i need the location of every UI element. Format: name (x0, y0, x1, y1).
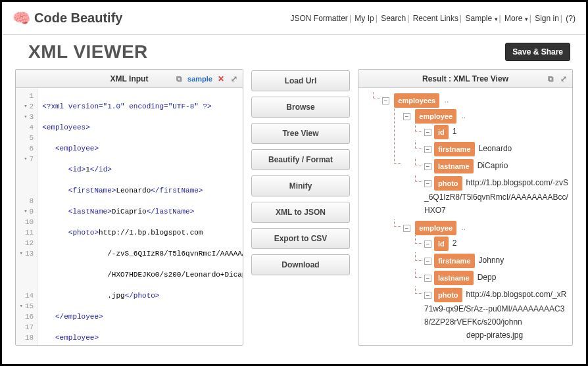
node-firstname[interactable]: firstname (434, 254, 475, 268)
xml-input-editor[interactable]: 1 ▾2 ▾3 456 ▾7 8 ▾9 101112 ▾13 14 ▾15 16… (16, 88, 243, 345)
collapse-icon[interactable]: − (424, 258, 431, 265)
value-lastname: Depp (478, 273, 497, 282)
collapse-icon[interactable]: − (424, 275, 431, 282)
nav-search[interactable]: Search (381, 14, 406, 23)
value-photo-cont: depp-pirates.jpg (424, 329, 570, 342)
node-id[interactable]: id (434, 125, 449, 139)
download-button[interactable]: Download (251, 254, 350, 275)
nav-json-formatter[interactable]: JSON Formatter (291, 14, 348, 23)
logo-icon: 🧠 (12, 10, 30, 27)
result-panel: Result : XML Tree View ⧉ ⤢ − employees .… (358, 69, 573, 346)
result-title: Result : XML Tree View (422, 74, 508, 83)
load-url-button[interactable]: Load Url (251, 70, 350, 91)
minify-button[interactable]: Minify (251, 175, 350, 196)
xml-tree-view[interactable]: − employees .. − employee .. −id1 −first… (358, 88, 572, 345)
node-photo[interactable]: photo (434, 176, 462, 191)
collapse-icon[interactable]: − (424, 180, 431, 187)
node-lastname[interactable]: lastname (434, 271, 474, 285)
node-id[interactable]: id (434, 237, 449, 251)
brand-text: Code Beautify (34, 11, 122, 26)
value-id: 1 (453, 127, 457, 136)
tree-view-button[interactable]: Tree View (251, 123, 350, 144)
top-nav: JSON Formatter| My Ip| Search| Recent Li… (291, 14, 576, 23)
collapse-icon[interactable]: − (424, 240, 431, 248)
sample-link[interactable]: sample (187, 75, 212, 83)
beautify-button[interactable]: Beautify / Format (251, 149, 350, 170)
node-firstname[interactable]: firstname (434, 142, 475, 156)
collapse-icon[interactable]: − (424, 292, 431, 299)
action-buttons: Load Url Browse Tree View Beautify / For… (251, 69, 350, 346)
nav-sample[interactable]: Sample (466, 14, 493, 23)
chevron-down-icon: ▾ (495, 16, 498, 22)
nav-more[interactable]: More (504, 14, 522, 23)
value-lastname: DiCaprio (478, 161, 508, 170)
clear-icon[interactable]: ✕ (216, 74, 226, 83)
collapse-icon[interactable]: − (424, 146, 431, 153)
collapse-icon[interactable]: − (403, 113, 410, 120)
line-gutter: 1 ▾2 ▾3 456 ▾7 8 ▾9 101112 ▾13 14 ▾15 16… (16, 88, 38, 345)
xml-input-title: XML Input (110, 74, 149, 83)
nav-recent-links[interactable]: Recent Links (413, 14, 458, 23)
copy-icon[interactable]: ⧉ (174, 74, 184, 83)
node-employee[interactable]: employee (415, 221, 456, 235)
page-title: XML VIEWER (28, 41, 148, 62)
node-employees[interactable]: employees (394, 93, 439, 108)
value-id: 2 (453, 239, 457, 248)
collapse-icon[interactable]: − (403, 225, 410, 232)
nav-help[interactable]: (?) (566, 14, 576, 23)
node-lastname[interactable]: lastname (434, 159, 474, 173)
collapse-icon[interactable]: − (424, 129, 431, 136)
fullscreen-icon[interactable]: ⤢ (559, 74, 568, 83)
export-csv-button[interactable]: Export to CSV (251, 228, 350, 249)
node-photo[interactable]: photo (434, 288, 462, 302)
value-firstname: Leonardo (479, 144, 512, 153)
save-share-button[interactable]: Save & Share (505, 43, 570, 61)
node-employee[interactable]: employee (415, 109, 456, 124)
nav-sign-in[interactable]: Sign in (535, 14, 559, 23)
chevron-down-icon: ▾ (525, 16, 528, 22)
collapse-icon[interactable]: − (424, 163, 431, 170)
value-firstname: Johnny (479, 256, 504, 265)
fullscreen-icon[interactable]: ⤢ (230, 74, 239, 83)
xml-input-panel: XML Input ⧉ sample ✕ ⤢ 1 ▾2 ▾3 456 ▾7 8 … (15, 69, 243, 346)
xml-to-json-button[interactable]: XML to JSON (251, 202, 350, 223)
code-body[interactable]: <?xml version="1.0" encoding="UTF-8" ?> … (38, 88, 243, 345)
collapse-icon[interactable]: − (382, 97, 389, 104)
browse-button[interactable]: Browse (251, 97, 350, 118)
nav-my-ip[interactable]: My Ip (355, 14, 374, 23)
copy-icon[interactable]: ⧉ (546, 74, 555, 83)
brand-logo[interactable]: 🧠 Code Beautify (12, 10, 122, 27)
